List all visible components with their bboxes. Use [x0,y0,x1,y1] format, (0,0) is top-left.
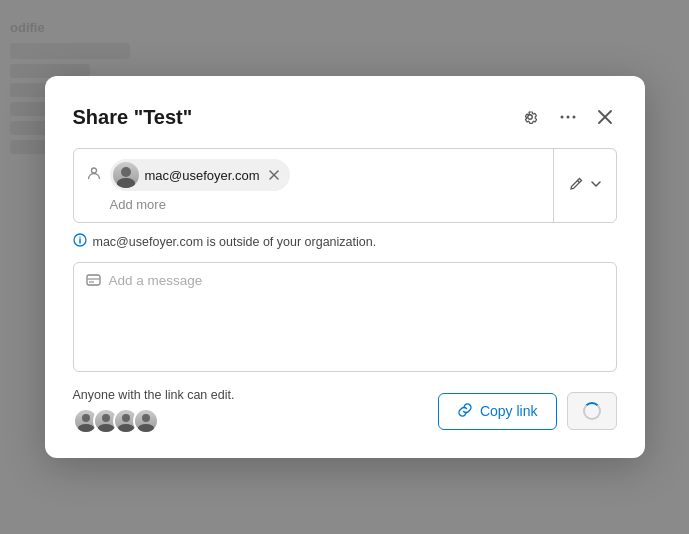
edit-permissions-icon[interactable] [568,176,584,196]
remove-recipient-button[interactable] [266,169,282,181]
close-icon [597,109,613,125]
recipient-right [553,149,616,222]
message-placeholder: Add a message [109,273,203,288]
shared-avatar-4 [133,408,159,434]
copy-link-label: Copy link [480,403,538,419]
send-button[interactable] [567,392,617,430]
share-modal: Share "Test" [45,76,645,458]
avatar [113,162,139,188]
person-icon [86,165,102,185]
svg-point-0 [560,116,563,119]
svg-point-5 [91,168,96,173]
footer-left: Anyone with the link can edit. [73,388,235,434]
copy-link-button[interactable]: Copy link [438,393,557,430]
modal-header: Share "Test" [73,104,617,130]
message-icon [86,274,101,292]
recipient-top: mac@usefoyer.com [86,159,541,191]
more-icon [559,108,577,126]
send-spinner [583,402,601,420]
info-icon [73,233,87,250]
more-options-button[interactable] [555,104,581,130]
recipient-box: mac@usefoyer.com Add more [73,148,617,223]
svg-point-11 [79,236,80,237]
svg-point-1 [566,116,569,119]
modal-footer: Anyone with the link can edit. [73,388,617,434]
shared-avatars [73,408,235,434]
modal-actions [517,104,617,130]
settings-button[interactable] [517,104,543,130]
info-text: mac@usefoyer.com is outside of your orga… [73,233,617,250]
svg-rect-12 [87,275,100,285]
recipient-left: mac@usefoyer.com Add more [74,149,553,222]
close-button[interactable] [593,105,617,129]
modal-title: Share "Test" [73,106,193,129]
svg-point-2 [572,116,575,119]
link-access-text: Anyone with the link can edit. [73,388,235,402]
chip-close-icon [268,169,280,181]
recipient-chip: mac@usefoyer.com [110,159,290,191]
footer-right: Copy link [438,392,617,430]
svg-line-8 [577,180,579,182]
modal-backdrop: Share "Test" [0,0,689,534]
settings-icon [521,108,539,126]
permissions-chevron-icon[interactable] [590,178,602,193]
info-message: mac@usefoyer.com is outside of your orga… [93,235,377,249]
link-icon [457,402,473,421]
message-box[interactable]: Add a message [73,262,617,372]
chip-email: mac@usefoyer.com [145,168,260,183]
add-more-text[interactable]: Add more [86,197,541,212]
